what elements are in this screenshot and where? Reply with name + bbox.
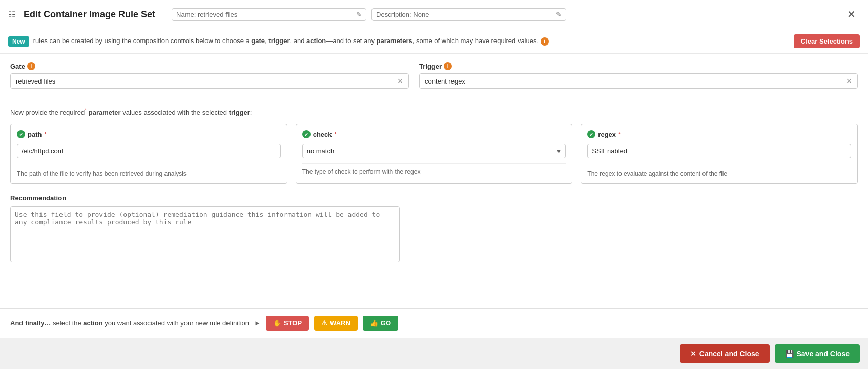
param-regex-header: ✓ regex *	[587, 130, 851, 138]
param-check-select-wrap: no match match ▼	[302, 144, 566, 158]
parameters-keyword: parameters	[377, 37, 412, 45]
description-label: Description: None	[376, 11, 429, 18]
cancel-label: Cancel and Close	[699, 350, 759, 358]
recommendation-label: Recommendation	[10, 194, 858, 202]
bottom-bar: ✕ Cancel and Close 💾 Save and Close	[0, 338, 868, 369]
stop-label: STOP	[284, 319, 302, 327]
param-check-header: ✓ check *	[302, 130, 566, 138]
param-path-hint: The path of the file to verify has been …	[17, 166, 281, 177]
trigger-value: content regex	[425, 77, 465, 85]
gate-keyword: gate	[251, 37, 265, 45]
param-path-input[interactable]	[17, 144, 281, 158]
action-arrow-icon: ►	[254, 319, 261, 327]
param-check-label: check	[313, 131, 332, 138]
main-content: Gate i retrieved files ✕ Trigger i conte…	[0, 54, 868, 308]
param-check-check-icon: ✓	[302, 130, 311, 138]
param-path-required: *	[44, 132, 46, 137]
banner-text: rules can be created by using the compos…	[33, 37, 790, 46]
param-card-path: ✓ path * The path of the file to verify …	[10, 124, 287, 184]
action-word: action	[83, 319, 102, 327]
gate-info-icon[interactable]: i	[27, 62, 35, 70]
page-title: Edit Container Image Rule Set	[24, 9, 155, 20]
param-check-select[interactable]: no match match	[302, 144, 566, 158]
param-regex-label: regex	[598, 131, 616, 138]
name-label: Name: retrieved files	[176, 11, 237, 18]
gate-value: retrieved files	[16, 77, 55, 85]
param-check-hint: The type of check to perform with the re…	[302, 163, 566, 175]
warn-icon: ⚠	[321, 319, 327, 327]
trigger-keyword: trigger	[268, 37, 290, 45]
name-edit-icon[interactable]: ✎	[356, 11, 362, 18]
gate-label: Gate i	[10, 62, 409, 70]
param-regex-check-icon: ✓	[587, 130, 595, 138]
trigger-clear-icon[interactable]: ✕	[846, 77, 852, 85]
cancel-close-button[interactable]: ✕ Cancel and Close	[680, 344, 770, 363]
param-regex-hint: The regex to evaluate against the conten…	[587, 166, 851, 177]
gate-clear-icon[interactable]: ✕	[397, 77, 403, 85]
trigger-field-group: Trigger i content regex ✕	[419, 62, 858, 89]
cancel-icon: ✕	[690, 350, 696, 358]
go-label: GO	[381, 319, 391, 327]
save-icon: 💾	[785, 350, 794, 358]
params-row: ✓ path * The path of the file to verify …	[10, 124, 858, 184]
save-close-button[interactable]: 💾 Save and Close	[775, 344, 860, 363]
gate-select-box[interactable]: retrieved files ✕	[10, 73, 409, 89]
trigger-info-icon[interactable]: i	[444, 62, 452, 70]
trigger-label: Trigger i	[419, 62, 858, 70]
modal-container: ☷ Edit Container Image Rule Set Name: re…	[0, 0, 868, 369]
new-badge: New	[8, 36, 29, 47]
param-card-check: ✓ check * no match match ▼ The type of c…	[296, 124, 573, 184]
trigger-select-box[interactable]: content regex ✕	[419, 73, 858, 89]
parameter-keyword: parameter	[89, 109, 121, 116]
action-text: And finally… select the action you want …	[10, 319, 249, 327]
params-description: Now provide the required* parameter valu…	[10, 108, 858, 116]
go-button[interactable]: 👍 GO	[363, 316, 398, 331]
recommendation-textarea[interactable]	[10, 206, 400, 262]
warn-label: WARN	[330, 319, 350, 327]
go-icon: 👍	[370, 319, 378, 327]
param-card-regex: ✓ regex * The regex to evaluate against …	[581, 124, 858, 184]
description-input-box[interactable]: Description: None ✎	[371, 8, 566, 21]
param-path-label: path	[28, 131, 42, 138]
stop-icon: ✋	[273, 319, 281, 327]
close-button[interactable]: ✕	[843, 6, 860, 23]
required-star: *	[85, 108, 87, 113]
name-input-box[interactable]: Name: retrieved files ✎	[172, 8, 366, 21]
gate-field-group: Gate i retrieved files ✕	[10, 62, 409, 89]
stop-button[interactable]: ✋ STOP	[266, 316, 309, 331]
param-regex-input[interactable]	[587, 144, 851, 158]
gate-trigger-row: Gate i retrieved files ✕ Trigger i conte…	[10, 62, 858, 89]
header: ☷ Edit Container Image Rule Set Name: re…	[0, 0, 868, 29]
param-check-required: *	[335, 132, 337, 137]
param-path-check-icon: ✓	[17, 130, 25, 138]
param-regex-required: *	[618, 132, 621, 137]
info-icon[interactable]: i	[541, 37, 549, 46]
and-finally-text: And finally…	[10, 319, 51, 327]
description-edit-icon[interactable]: ✎	[556, 11, 562, 18]
save-label: Save and Close	[797, 350, 850, 358]
trigger-label-text: Trigger	[419, 63, 442, 70]
gate-label-text: Gate	[10, 63, 25, 70]
section-divider	[10, 99, 858, 99]
clear-selections-button[interactable]: Clear Selections	[794, 34, 860, 48]
header-inputs: Name: retrieved files ✎ Description: Non…	[172, 8, 837, 21]
warn-button[interactable]: ⚠ WARN	[314, 316, 358, 331]
action-keyword: action	[306, 37, 326, 45]
header-icon: ☷	[8, 10, 15, 19]
trigger-keyword2: trigger	[229, 109, 250, 116]
action-footer: And finally… select the action you want …	[0, 308, 868, 338]
banner: New rules can be created by using the co…	[0, 29, 868, 54]
param-path-header: ✓ path *	[17, 130, 281, 138]
